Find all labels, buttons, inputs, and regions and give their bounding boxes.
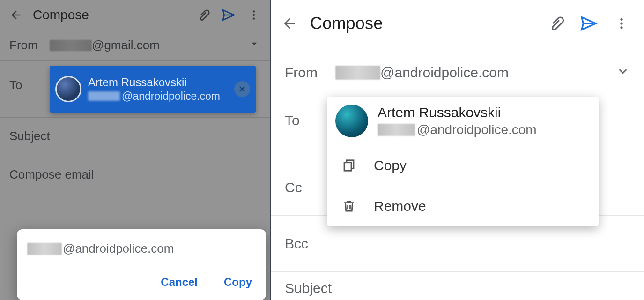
overflow-menu-icon[interactable] (607, 9, 636, 38)
right-screenshot: Compose From @androidpolice.com To (270, 0, 644, 300)
compose-header: Compose (0, 0, 270, 30)
recipient-popup: Artem Russakovskii @androidpolice.com Co… (327, 97, 599, 226)
svg-point-5 (620, 26, 622, 29)
avatar (55, 76, 81, 102)
recipient-name: Artem Russakovskii (378, 103, 537, 121)
copy-action[interactable]: Copy (327, 145, 599, 186)
to-row: To Artem Russakovskii @androidpolice.com… (271, 98, 644, 159)
avatar (335, 105, 368, 137)
bcc-label: Bcc (285, 236, 335, 252)
redacted-text (88, 91, 120, 101)
copy-label: Copy (374, 158, 407, 173)
svg-rect-7 (344, 163, 351, 171)
compose-title: Compose (33, 8, 89, 22)
recipient-email: @androidpolice.com (88, 90, 220, 103)
dialog-email-text: @androidpolice.com (27, 241, 265, 256)
from-label: From (285, 65, 335, 81)
redacted-text (50, 40, 92, 51)
attach-icon[interactable] (542, 9, 570, 38)
from-row[interactable]: From @gmail.com (0, 30, 270, 61)
redacted-text (27, 243, 62, 255)
svg-point-3 (620, 18, 622, 21)
compose-title: Compose (310, 14, 383, 33)
recipient-chip-text: Artem Russakovskii @androidpolice.com (88, 75, 220, 103)
back-arrow-icon[interactable] (275, 9, 303, 38)
remove-chip-icon[interactable] (234, 81, 250, 97)
recipient-name: Artem Russakovskii (88, 75, 220, 90)
popup-contact[interactable]: Artem Russakovskii @androidpolice.com (327, 97, 599, 145)
svg-point-4 (620, 22, 622, 24)
to-label: To (9, 66, 50, 92)
redacted-text (335, 66, 380, 80)
chevron-down-icon[interactable] (616, 64, 630, 82)
subject-input[interactable]: Subject (0, 118, 270, 155)
back-arrow-icon[interactable] (5, 4, 27, 26)
svg-point-2 (253, 17, 255, 19)
attach-icon[interactable] (192, 4, 215, 26)
left-screenshot: Compose From @gmail.com To Artem (0, 0, 270, 300)
remove-action[interactable]: Remove (327, 186, 599, 226)
chevron-down-icon[interactable] (248, 38, 260, 53)
compose-header: Compose (271, 0, 644, 47)
recipient-email: @androidpolice.com (378, 121, 537, 138)
from-label: From (9, 38, 50, 52)
send-icon[interactable] (217, 4, 240, 26)
recipient-chip-selected[interactable]: Artem Russakovskii @androidpolice.com (50, 66, 256, 112)
remove-label: Remove (374, 198, 426, 214)
trash-icon (338, 199, 360, 213)
from-value: @androidpolice.com (335, 65, 509, 81)
overflow-menu-icon[interactable] (243, 4, 265, 26)
copy-button[interactable]: Copy (211, 269, 265, 295)
copy-dialog: @androidpolice.com Cancel Copy (17, 229, 266, 300)
copy-icon (338, 158, 360, 172)
from-value: @gmail.com (50, 38, 160, 52)
to-row: To Artem Russakovskii @androidpolice.com (0, 61, 270, 118)
svg-point-1 (253, 14, 255, 15)
from-row[interactable]: From @androidpolice.com (271, 47, 644, 98)
redacted-text (378, 124, 415, 136)
subject-input[interactable]: Subject (271, 272, 644, 296)
body-input[interactable]: Compose email (0, 155, 270, 194)
cancel-button[interactable]: Cancel (148, 269, 211, 295)
send-icon[interactable] (575, 9, 603, 38)
svg-point-0 (253, 10, 255, 12)
